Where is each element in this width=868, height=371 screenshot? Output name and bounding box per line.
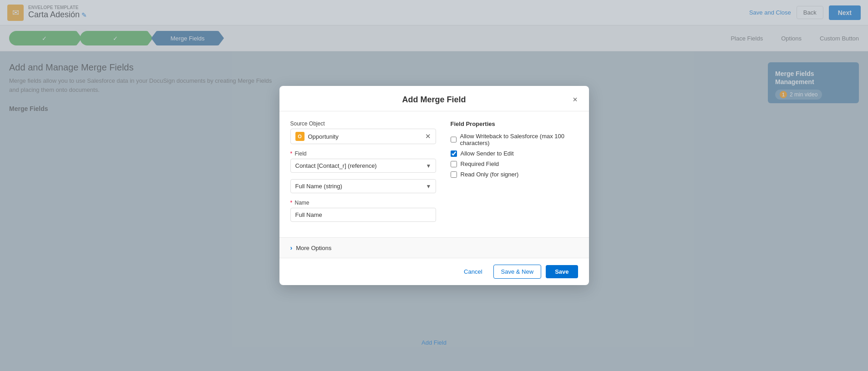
field-select1-wrapper: Contact [Contact_r] (reference) Account …: [290, 159, 436, 173]
modal-title: Add Merge Field: [402, 95, 466, 105]
cancel-button[interactable]: Cancel: [457, 265, 488, 278]
checkbox-writeback-group: Allow Writeback to Salesforce (max 100 c…: [451, 133, 578, 146]
save-button[interactable]: Save: [546, 265, 578, 278]
more-options-label: More Options: [296, 245, 331, 251]
modal-close-button[interactable]: ×: [569, 93, 582, 106]
modal-form: Source Object O Opportunity ✕ * Field: [290, 120, 436, 228]
source-object-group: Source Object O Opportunity ✕: [290, 120, 436, 144]
checkbox-sender-edit-group: Allow Sender to Edit: [451, 150, 578, 157]
checkbox-writeback-label: Allow Writeback to Salesforce (max 100 c…: [460, 133, 578, 146]
field-select2-wrapper: Full Name (string) Email (email) ▼: [290, 179, 436, 193]
chevron-right-icon: ›: [290, 244, 293, 251]
source-object-label: Source Object: [290, 120, 436, 127]
checkbox-readonly-label: Read Only (for signer): [461, 171, 519, 178]
save-new-button[interactable]: Save & New: [493, 265, 542, 279]
source-object-value: Opportunity: [308, 133, 421, 140]
field-required-star: *: [290, 150, 293, 157]
checkbox-required-group: Required Field: [451, 160, 578, 167]
field-sub-group: Full Name (string) Email (email) ▼: [290, 179, 436, 193]
modal-body: Source Object O Opportunity ✕ * Field: [279, 111, 589, 237]
name-group: * Name: [290, 200, 436, 222]
field-select2[interactable]: Full Name (string) Email (email): [290, 179, 436, 193]
field-group: * Field Contact [Contact_r] (reference) …: [290, 150, 436, 173]
source-object-icon: O: [295, 132, 305, 141]
modal-footer: Cancel Save & New Save: [279, 258, 589, 285]
add-merge-field-modal: Add Merge Field × Source Object O Opport…: [279, 86, 589, 285]
field-label: * Field: [290, 150, 436, 157]
modal-overlay: Add Merge Field × Source Object O Opport…: [0, 0, 868, 371]
field-select1[interactable]: Contact [Contact_r] (reference) Account …: [290, 159, 436, 173]
checkbox-sender-edit-label: Allow Sender to Edit: [461, 150, 514, 157]
checkbox-sender-edit[interactable]: [451, 150, 457, 157]
more-options-row[interactable]: › More Options: [279, 237, 589, 258]
field-props-title: Field Properties: [451, 120, 578, 127]
checkbox-required[interactable]: [451, 161, 457, 167]
name-input[interactable]: [290, 208, 436, 222]
name-required-star: *: [290, 200, 293, 206]
source-object-input[interactable]: O Opportunity ✕: [290, 129, 436, 144]
field-properties-panel: Field Properties Allow Writeback to Sale…: [451, 120, 578, 228]
modal-header: Add Merge Field ×: [279, 86, 589, 111]
name-label: * Name: [290, 200, 436, 206]
checkbox-writeback[interactable]: [451, 136, 457, 143]
checkbox-readonly-group: Read Only (for signer): [451, 171, 578, 178]
source-clear-icon[interactable]: ✕: [425, 132, 431, 140]
checkbox-required-label: Required Field: [461, 160, 499, 167]
checkbox-readonly[interactable]: [451, 171, 457, 178]
